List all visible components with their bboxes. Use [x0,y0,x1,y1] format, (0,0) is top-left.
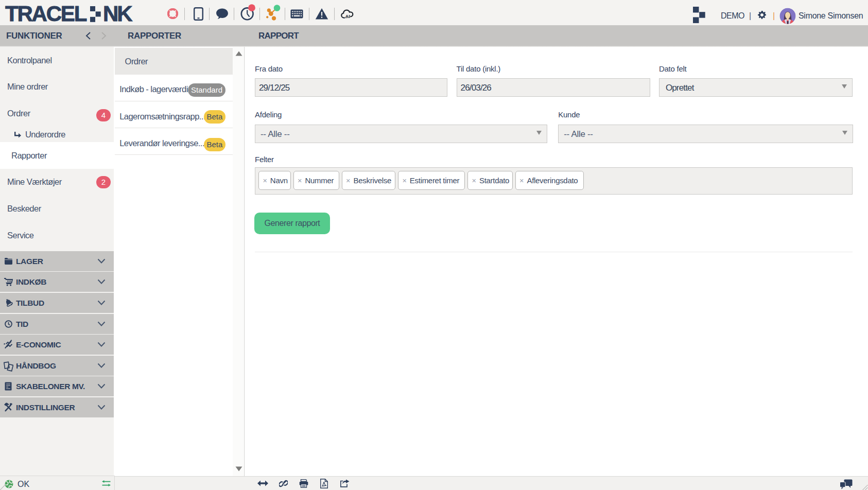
svg-text:AI: AI [345,13,350,19]
